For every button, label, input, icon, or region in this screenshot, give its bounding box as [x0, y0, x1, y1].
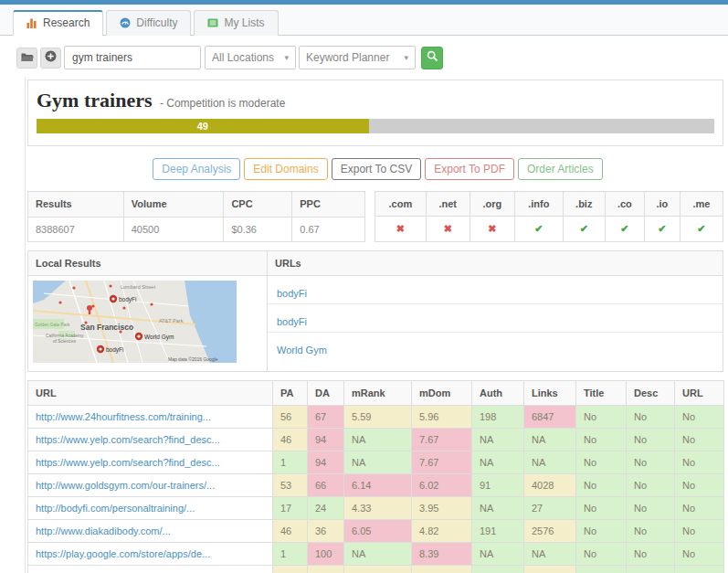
- serp-cell-url_match: No: [675, 566, 724, 573]
- map-city-label: San Francisco: [80, 323, 133, 332]
- serp-header-links-6[interactable]: Links: [524, 381, 576, 406]
- domain-column-header: .info: [515, 192, 564, 217]
- serp-cell-pa: 1: [273, 451, 308, 474]
- serp-header-desc-8[interactable]: Desc: [627, 381, 675, 406]
- export-to-csv-button[interactable]: Export To CSV: [332, 158, 421, 180]
- result-url-link[interactable]: https://www.yelp.com/search?find_desc...: [36, 434, 220, 445]
- local-url-row: bodyFi: [268, 276, 723, 304]
- serp-cell-links: NA: [524, 543, 576, 566]
- domain-column-header: .io: [644, 192, 680, 217]
- domain-column-header: .net: [426, 192, 470, 217]
- serp-header-auth-5[interactable]: Auth: [472, 381, 524, 406]
- chevron-down-icon: ▾: [284, 53, 289, 62]
- serp-cell-da: 67: [308, 406, 344, 429]
- search-icon: [427, 49, 438, 66]
- serp-header-da-2[interactable]: DA: [308, 381, 344, 406]
- serp-header-url-9[interactable]: URL: [675, 381, 724, 406]
- serp-cell-url_match: No: [675, 497, 724, 520]
- serp-header-url-0[interactable]: URL: [28, 381, 273, 406]
- locations-select[interactable]: All Locations ▾: [205, 46, 296, 69]
- local-url-link[interactable]: bodyFi: [277, 316, 307, 327]
- result-url-link[interactable]: https://www.yelp.com/search?find_desc...: [36, 457, 220, 468]
- search-button[interactable]: [421, 47, 443, 69]
- serp-cell-mrank: NA: [344, 543, 412, 566]
- serp-cell-auth: 1: [472, 566, 524, 573]
- bar-chart-icon: [26, 17, 37, 28]
- local-urls-column: URLs bodyFibodyFiWorld Gym: [268, 251, 723, 371]
- result-url-link[interactable]: http://www.24hourfitness.com/training...: [36, 411, 211, 422]
- serp-cell-title: No: [576, 406, 627, 429]
- map-marker-label: World Gym: [144, 334, 174, 341]
- serp-cell-url_match: No: [675, 406, 724, 429]
- result-url-link[interactable]: http://www.goldsgym.com/our-trainers/...: [36, 480, 215, 491]
- serp-cell-links: 2576: [524, 520, 576, 543]
- serp-cell-auth: 191: [472, 520, 524, 543]
- serp-cell-da: 49: [308, 566, 344, 573]
- serp-cell-mdom: 5.39: [412, 566, 472, 573]
- serp-cell-da: 94: [308, 429, 344, 451]
- map-marker-label: bodyFi: [119, 296, 137, 303]
- serp-cell-mrank: 4.33: [344, 497, 412, 520]
- serp-header-mrank-3[interactable]: mRank: [344, 381, 412, 406]
- ppc-value: 0.67: [292, 217, 365, 242]
- local-results-map[interactable]: Lombard Street bodyFi AT&T Park San Fran…: [28, 276, 267, 371]
- serp-header-pa-1[interactable]: PA: [273, 381, 308, 406]
- keyword-input[interactable]: [64, 46, 201, 69]
- table-row: https://www.sportsshoes.com/gym/...28494…: [28, 566, 724, 573]
- serp-cell-pa: 56: [273, 406, 308, 429]
- serp-cell-auth: NA: [472, 451, 524, 474]
- serp-cell-url_match: No: [675, 429, 724, 451]
- serp-cell-title: No: [576, 474, 627, 497]
- serp-cell-da: 36: [308, 520, 344, 543]
- data-source-select[interactable]: Keyword Planner ▾: [299, 46, 416, 69]
- serp-cell-mdom: 7.67: [412, 429, 472, 451]
- serp-header-mdom-4[interactable]: mDom: [412, 381, 472, 406]
- serp-cell-mdom: 7.67: [412, 451, 472, 474]
- result-url-link[interactable]: http://bodyfi.com/personaltraining/...: [36, 503, 195, 514]
- stats-header: PPC: [292, 192, 365, 218]
- tab-my-lists[interactable]: My Lists: [194, 10, 278, 36]
- local-url-row: World Gym: [268, 333, 723, 361]
- open-project-button[interactable]: [16, 48, 37, 69]
- serp-cell-title: No: [576, 566, 627, 573]
- order-articles-button[interactable]: Order Articles: [518, 158, 603, 180]
- serp-cell-links: 1314: [524, 566, 576, 573]
- domain-column-header: .biz: [563, 192, 605, 217]
- deep-analysis-button[interactable]: Deep Analysis: [153, 158, 240, 180]
- table-row: https://www.yelp.com/search?find_desc...…: [28, 429, 724, 451]
- add-keyword-button[interactable]: [40, 48, 61, 69]
- cross-icon: ✖: [444, 223, 452, 234]
- serp-cell-da: 24: [308, 497, 344, 520]
- serp-cell-auth: 91: [472, 474, 524, 497]
- cpc-value: $0.36: [224, 217, 292, 242]
- serp-cell-links: NA: [524, 451, 576, 474]
- check-icon: ✔: [697, 223, 705, 234]
- local-url-link[interactable]: World Gym: [277, 345, 327, 355]
- serp-cell-mrank: 6.05: [344, 520, 412, 543]
- local-url-link[interactable]: bodyFi: [277, 288, 307, 299]
- tab-difficulty[interactable]: Difficulty: [106, 10, 191, 36]
- export-to-pdf-button[interactable]: Export To PDF: [425, 158, 514, 180]
- plus-circle-icon: [45, 49, 57, 66]
- tab-label: Difficulty: [136, 16, 177, 29]
- stats-header-row: Results Volume CPC PPC: [28, 192, 365, 218]
- results-area: Gym trainers - Competition is moderate 4…: [25, 78, 728, 573]
- serp-cell-pa: 46: [273, 520, 308, 543]
- gauge-icon: [120, 17, 131, 28]
- check-icon: ✔: [620, 223, 628, 234]
- serp-header-title-7[interactable]: Title: [576, 381, 627, 406]
- edit-domains-button[interactable]: Edit Domains: [244, 158, 327, 180]
- competition-bar-track: 49: [37, 119, 714, 133]
- serp-cell-links: 4028: [524, 474, 576, 497]
- result-url-link[interactable]: http://www.diakadibody.com/...: [36, 525, 171, 536]
- serp-cell-links: NA: [524, 429, 576, 451]
- serp-cell-title: No: [576, 497, 627, 520]
- list-icon: [207, 17, 218, 28]
- serp-cell-desc: No: [627, 474, 675, 497]
- local-results-header: Local Results: [28, 251, 267, 276]
- local-url-row: bodyFi: [268, 304, 723, 333]
- serp-cell-auth: NA: [472, 429, 524, 451]
- result-url-link[interactable]: https://play.google.com/store/apps/de...: [36, 548, 210, 559]
- tab-research[interactable]: Research: [13, 10, 103, 36]
- serp-cell-mrank: 6.14: [344, 474, 412, 497]
